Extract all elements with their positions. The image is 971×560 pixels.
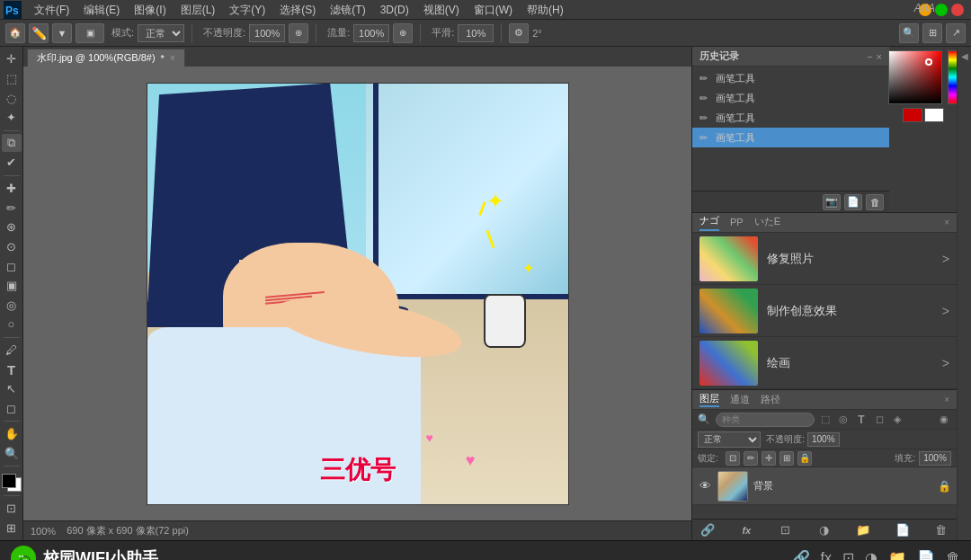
selection-tool[interactable]: ⬚ — [2, 70, 22, 88]
screen-mode[interactable]: ⊞ — [2, 519, 22, 537]
fg-color-preview[interactable] — [903, 108, 922, 122]
path-select-tool[interactable]: ↖ — [2, 380, 22, 398]
link-icon-2[interactable]: fx — [821, 550, 832, 561]
layers-panel-close[interactable]: × — [944, 395, 949, 404]
history-item-2[interactable]: ✏ 画笔工具 — [692, 88, 889, 108]
layer-new-btn[interactable]: 📄 — [895, 522, 911, 538]
text-tool[interactable]: T — [2, 360, 22, 378]
lasso-tool[interactable]: ◌ — [2, 89, 22, 107]
menu-layer[interactable]: 图层(L) — [174, 0, 223, 20]
learn-tab-1[interactable]: ナゴ — [699, 214, 719, 231]
menu-file[interactable]: 文件(F) — [27, 0, 76, 20]
brush-preset[interactable]: ▼ — [52, 23, 72, 43]
crop-tool[interactable]: ⧉ — [2, 134, 22, 152]
learn-tab-3[interactable]: いたE — [754, 215, 780, 230]
lock-all-btn[interactable]: 🔒 — [797, 451, 812, 466]
history-item-4[interactable]: ✏ 画笔工具 — [692, 128, 889, 147]
menu-edit[interactable]: 编辑(E) — [76, 0, 127, 20]
layer-search[interactable]: 种类 — [716, 413, 815, 427]
opacity-input[interactable] — [807, 432, 840, 447]
tab-close-btn[interactable]: × — [170, 53, 175, 63]
link-icon-4[interactable]: ◑ — [865, 549, 877, 560]
lock-transparent-btn[interactable]: ⊡ — [726, 451, 740, 466]
learn-panel-close[interactable]: × — [944, 218, 949, 227]
menu-select[interactable]: 选择(S) — [272, 0, 323, 20]
history-item-1[interactable]: ✏ 画笔工具 — [692, 68, 889, 88]
layer-fx-btn[interactable]: fx — [738, 522, 754, 538]
settings-btn[interactable]: ⚙ — [509, 23, 529, 43]
layer-filter-pixel[interactable]: ⬚ — [818, 413, 833, 427]
tab-channels[interactable]: 通道 — [730, 393, 750, 406]
menu-view[interactable]: 视图(V) — [416, 0, 467, 20]
layer-delete-btn[interactable]: 🗑 — [933, 522, 949, 538]
menu-help[interactable]: 帮助(H) — [520, 0, 571, 20]
layer-filter-shape[interactable]: ◻ — [872, 413, 886, 427]
hand-tool[interactable]: ✋ — [2, 425, 22, 443]
brush-tool[interactable]: ✏ — [2, 199, 22, 217]
eyedropper-tool[interactable]: ✔ — [2, 154, 22, 172]
eraser-tool[interactable]: ◻ — [2, 257, 22, 275]
color-gradient[interactable] — [888, 50, 942, 104]
learn-item-paint[interactable]: 绘画 > — [692, 337, 957, 389]
gradient-tool[interactable]: ▣ — [2, 277, 22, 295]
close-btn[interactable] — [951, 4, 964, 16]
flow-slider-btn[interactable]: ⊕ — [393, 23, 413, 43]
collapse-btn[interactable]: ◀ — [959, 50, 970, 61]
history-close-btn[interactable]: × — [877, 51, 882, 62]
brush-tool-option[interactable]: ✏️ — [29, 23, 49, 43]
move-tool[interactable]: ✛ — [2, 50, 22, 68]
history-collapse-btn[interactable]: − — [867, 51, 872, 62]
history-brush[interactable]: ⊙ — [2, 238, 22, 256]
layer-filter-smart[interactable]: ◈ — [890, 413, 904, 427]
lock-move-btn[interactable]: ✛ — [762, 451, 776, 466]
link-icon-6[interactable]: 📄 — [917, 549, 935, 560]
mode-select[interactable]: 正常 — [138, 24, 184, 42]
workspace-btn[interactable]: ⊞ — [922, 23, 942, 43]
wand-tool[interactable]: ✦ — [2, 109, 22, 127]
menu-text[interactable]: 文字(Y) — [222, 0, 272, 20]
smooth-input[interactable] — [458, 24, 494, 42]
link-icon-7[interactable]: 🗑 — [946, 550, 960, 561]
canvas-wrapper[interactable]: ✦ ✦ ♥ ♥ 三优号 — [23, 67, 691, 520]
blur-tool[interactable]: ◎ — [2, 296, 22, 314]
tab-layers[interactable]: 图层 — [699, 392, 719, 407]
brush-size[interactable]: ▣ — [76, 23, 104, 43]
pen-tool[interactable]: 🖊 — [2, 342, 22, 360]
lock-artboard-btn[interactable]: ⊞ — [779, 451, 794, 466]
foreground-color[interactable] — [2, 474, 16, 488]
layer-group-btn[interactable]: 📁 — [855, 522, 871, 538]
learn-tab-2[interactable]: PP — [730, 217, 744, 229]
learn-item-repair[interactable]: 修复照片 > — [692, 233, 957, 285]
link-icon-3[interactable]: ⊡ — [842, 549, 854, 560]
menu-window[interactable]: 窗口(W) — [467, 0, 520, 20]
restore-btn[interactable] — [935, 4, 948, 16]
canvas-tab-main[interactable]: 水印.jpg @ 100%(RGB/8#) * × — [27, 49, 185, 67]
lock-paint-btn[interactable]: ✏ — [744, 451, 758, 466]
layer-filter-adjust[interactable]: ◎ — [836, 413, 851, 427]
share-btn[interactable]: ↗ — [946, 23, 966, 43]
learn-item-creative[interactable]: 制作创意效果 > — [692, 285, 957, 337]
layer-row-background[interactable]: 👁 背景 🔒 — [692, 467, 957, 505]
bg-color-preview[interactable] — [924, 108, 944, 122]
blend-mode-select[interactable]: 正常 — [698, 431, 761, 448]
flow-input[interactable] — [353, 24, 389, 42]
clone-tool[interactable]: ⊛ — [2, 218, 22, 236]
history-snapshot-btn[interactable]: 📷 — [823, 194, 841, 210]
home-btn[interactable]: 🏠 — [5, 23, 25, 43]
heal-tool[interactable]: ✚ — [2, 180, 22, 198]
shape-tool[interactable]: ◻ — [2, 400, 22, 418]
history-delete-btn[interactable]: 🗑 — [866, 194, 884, 210]
link-icon-5[interactable]: 📁 — [888, 549, 906, 560]
layer-eye-btn[interactable]: 👁 — [698, 479, 712, 493]
opacity-slider-btn[interactable]: ⊕ — [289, 23, 308, 43]
zoom-tool[interactable]: 🔍 — [2, 445, 22, 463]
history-item-3[interactable]: ✏ 画笔工具 — [692, 108, 889, 128]
layer-adjustment-btn[interactable]: ◑ — [816, 522, 833, 538]
history-new-btn[interactable]: 📄 — [844, 194, 862, 210]
search-btn[interactable]: 🔍 — [899, 23, 919, 43]
dodge-tool[interactable]: ○ — [2, 316, 22, 333]
layer-filter-toggle[interactable]: ◉ — [937, 413, 951, 427]
fill-input[interactable] — [919, 451, 951, 466]
menu-image[interactable]: 图像(I) — [127, 0, 173, 20]
menu-filter[interactable]: 滤镜(T) — [323, 0, 372, 20]
